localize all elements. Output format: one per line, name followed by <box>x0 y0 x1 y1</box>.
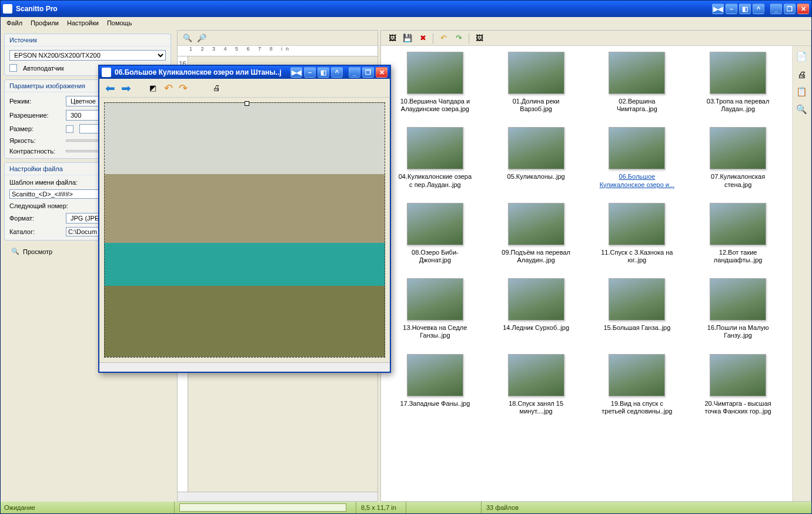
rotate-right-icon[interactable]: ↷ <box>179 82 188 95</box>
zoom-in-icon[interactable]: 🔍 <box>182 33 193 44</box>
thumb-item[interactable]: 01.Долина реки Варзоб.jpg <box>494 52 578 113</box>
print-icon[interactable]: 🖨 <box>796 68 808 80</box>
app-title: Scanitto Pro <box>16 5 712 13</box>
thumb-image <box>508 127 564 169</box>
res-label: Разрешение: <box>9 112 62 119</box>
maximize-button[interactable]: ❐ <box>784 4 796 14</box>
float-close[interactable]: ✕ <box>376 67 387 78</box>
thumb-item[interactable]: 03.Тропа на перевал Лаудан..jpg <box>696 52 780 113</box>
thumb-label: 15.Большая Ганза..jpg <box>598 324 676 332</box>
menu-help[interactable]: Помощь <box>107 19 132 28</box>
thumb-item[interactable]: 11.Спуск с З.Казнока на юг..jpg <box>595 203 679 264</box>
thumb-label: 01.Долина реки Варзоб.jpg <box>497 98 575 113</box>
thumb-item[interactable]: 07.Куликалонская стена.jpg <box>696 127 780 188</box>
app-icon <box>3 4 12 14</box>
float-title: 06.Большое Куликалонское озеро или Штаны… <box>115 68 290 76</box>
thumb-item[interactable]: 06.Большое Куликалонское озеро и... <box>595 127 679 188</box>
h-ruler: 1 2 3 4 5 6 7 8 in <box>178 46 377 56</box>
gallery-body[interactable]: 10.Вершина Чапдара и Алаудинские озера.j… <box>381 46 792 501</box>
float-window[interactable]: 06.Большое Куликалонское озеро или Штаны… <box>98 65 391 373</box>
thumb-label: 17.Западные Фаны..jpg <box>396 400 474 408</box>
thumb-image <box>710 203 766 245</box>
float-hscroll[interactable] <box>99 362 390 372</box>
float-minimize[interactable]: _ <box>349 67 360 78</box>
thumb-item[interactable]: 12.Вот такие ландшафты..jpg <box>696 203 780 264</box>
thumb-label: 09.Подъём на перевал Алаудин..jpg <box>497 249 575 264</box>
gallery-toolbar: 🖼 💾 ✖ ↶ ↷ 🖼 <box>381 31 811 46</box>
thumb-label: 05.Куликалоны..jpg <box>497 173 575 181</box>
print-icon-float[interactable]: 🖨 <box>211 83 222 94</box>
ocr-icon[interactable]: 🔍 <box>796 104 808 115</box>
thumb-item[interactable]: 20.Чимтарга - высшая точка Фанских гор..… <box>696 354 780 415</box>
thumb-item[interactable]: 18.Спуск занял 15 минут....jpg <box>494 354 578 415</box>
winbtn-ext2[interactable]: – <box>726 4 737 14</box>
thumb-item[interactable]: 10.Вершина Чапдара и Алаудинские озера.j… <box>393 52 477 113</box>
main-titlebar[interactable]: Scanitto Pro ▶◀ – ◧ ^ _ ❐ ✕ <box>1 1 811 17</box>
prev-image-icon[interactable]: ⬅ <box>105 81 115 95</box>
thumb-image <box>407 354 463 396</box>
thumb-item[interactable]: 17.Западные Фаны..jpg <box>393 354 477 415</box>
thumb-item[interactable]: 04.Куликалонские озера с пер.Лаудан..jpg <box>393 127 477 188</box>
winbtn-ext3[interactable]: ◧ <box>739 4 751 14</box>
float-ext1[interactable]: ▶◀ <box>290 67 302 78</box>
contrast-label: Контрастность: <box>9 148 62 155</box>
next-image-icon[interactable]: ➡ <box>121 81 131 95</box>
menu-settings[interactable]: Настройки <box>67 19 99 28</box>
rotate-left-icon[interactable]: ↶ <box>164 82 173 95</box>
thumb-item[interactable]: 02.Вершина Чимтарга..jpg <box>595 52 679 113</box>
close-button[interactable]: ✕ <box>797 4 809 14</box>
scanner-select[interactable]: EPSON NX200/SX200/TX200 <box>9 50 166 61</box>
thumb-image <box>407 127 463 169</box>
thumb-image <box>710 52 766 94</box>
thumb-image <box>710 278 766 321</box>
thumb-image <box>407 52 463 94</box>
thumb-label: 11.Спуск с З.Казнока на юг..jpg <box>598 249 676 264</box>
thumb-label: 14.Ледник Сурхоб..jpg <box>497 324 575 332</box>
thumb-label: 13.Ночевка на Седле Ганзы..jpg <box>396 324 474 339</box>
float-ext2[interactable]: – <box>304 67 316 78</box>
save-icon[interactable]: 💾 <box>402 33 413 44</box>
thumb-image <box>508 278 564 321</box>
thumb-item[interactable]: 08.Озеро Биби-Джонат.jpg <box>393 203 477 264</box>
thumb-item[interactable]: 13.Ночевка на Седле Ганзы..jpg <box>393 278 477 339</box>
float-image[interactable] <box>104 102 385 358</box>
menu-file[interactable]: Файл <box>6 19 22 28</box>
redo-icon[interactable]: ↷ <box>453 33 464 44</box>
preview-toolbar: 🔍 🔎 <box>178 31 377 46</box>
thumb-label: 07.Куликалонская стена.jpg <box>699 173 777 188</box>
right-tool-strip: 📄 🖨 📋 🔍 <box>792 46 811 501</box>
menu-profiles[interactable]: Профили <box>31 19 59 28</box>
thumb-label: 18.Спуск занял 15 минут....jpg <box>497 400 575 415</box>
thumb-item[interactable]: 15.Большая Ганза..jpg <box>595 278 679 339</box>
size-check[interactable] <box>66 125 73 133</box>
float-body <box>99 98 390 362</box>
thumb-item[interactable]: 09.Подъём на перевал Алаудин..jpg <box>494 203 578 264</box>
thumb-label: 20.Чимтарга - высшая точка Фанских гор..… <box>699 400 777 415</box>
status-files: 33 файлов <box>481 502 523 513</box>
thumb-item[interactable]: 05.Куликалоны..jpg <box>494 127 578 188</box>
minimize-button[interactable]: _ <box>770 4 782 14</box>
float-ext3[interactable]: ◧ <box>318 67 329 78</box>
fmt-label: Формат: <box>9 215 62 222</box>
delete-icon[interactable]: ✖ <box>417 33 428 44</box>
winbtn-ext1[interactable]: ▶◀ <box>712 4 724 14</box>
copy-icon[interactable]: 📋 <box>796 86 808 98</box>
pdf-icon[interactable]: 📄 <box>796 51 808 62</box>
float-maximize[interactable]: ❐ <box>362 67 374 78</box>
load-images-icon[interactable]: 🖼 <box>387 33 397 44</box>
thumb-item[interactable]: 19.Вид на спуск с третьей седловины..jpg <box>595 354 679 415</box>
status-bar: Ожидание 8,5 x 11,7 in 33 файлов <box>1 502 811 513</box>
thumb-image <box>609 52 665 94</box>
float-ext4[interactable]: ^ <box>331 67 343 78</box>
thumb-image <box>508 52 564 94</box>
thumb-item[interactable]: 16.Пошли на Малую Ганзу..jpg <box>696 278 780 339</box>
winbtn-ext4[interactable]: ^ <box>753 4 764 14</box>
thumb-label: 04.Куликалонские озера с пер.Лаудан..jpg <box>396 173 474 188</box>
preview-hscroll[interactable] <box>178 492 377 501</box>
crop-icon[interactable]: ◩ <box>148 83 158 94</box>
thumb-label: 03.Тропа на перевал Лаудан..jpg <box>699 98 777 113</box>
zoom-out-icon[interactable]: 🔎 <box>196 33 207 44</box>
thumb-item[interactable]: 14.Ледник Сурхоб..jpg <box>494 278 578 339</box>
add-image-icon[interactable]: 🖼 <box>474 33 484 44</box>
undo-icon[interactable]: ↶ <box>438 33 449 44</box>
